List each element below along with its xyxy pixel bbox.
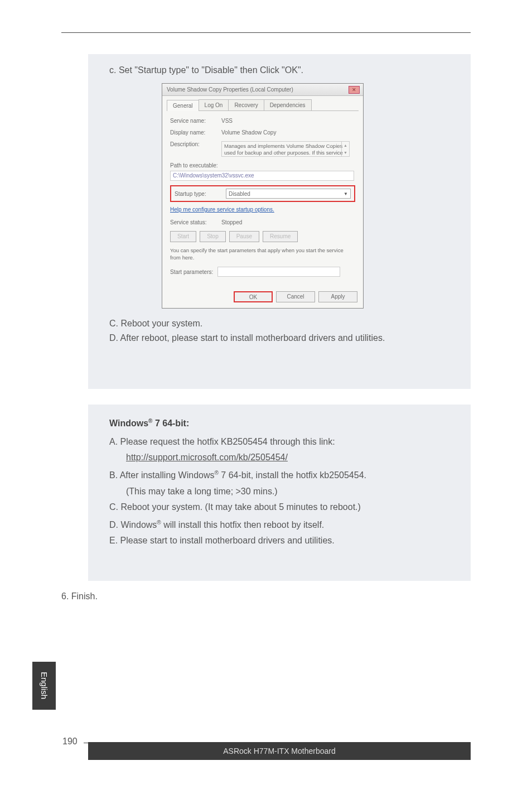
dialog-title: Volume Shadow Copy Properties (Local Com… (162, 84, 363, 96)
step-d-pre: D. Windows (109, 520, 157, 530)
cancel-button[interactable]: Cancel (276, 291, 315, 302)
scroll-down-icon[interactable]: ▼ (341, 149, 349, 156)
ok-button[interactable]: OK (234, 291, 273, 302)
service-status-value: Stopped (221, 219, 242, 225)
win7-heading-pre: Windows (109, 418, 148, 428)
description-scrollbar[interactable]: ▲▼ (341, 142, 349, 156)
startup-type-select[interactable]: Disabled ▼ (226, 189, 351, 199)
instruction-box-2: Windows® 7 64-bit: A. Please request the… (88, 405, 471, 581)
step-d-post: will install this hotfix then reboot by … (161, 520, 325, 530)
tab-logon[interactable]: Log On (199, 99, 229, 110)
registered-icon: ® (215, 470, 219, 476)
path-value: C:\Windows\system32\vssvc.exe (170, 171, 354, 181)
step-b1-pre: B. After installing Windows (109, 471, 215, 480)
step-6: 6. Finish. (61, 591, 98, 601)
resume-button[interactable]: Resume (263, 231, 298, 242)
dialog-tabs: General Log On Recovery Dependencies (167, 99, 359, 111)
startup-type-label: Startup type: (175, 191, 226, 197)
description-value: Manages and implements Volume Shadow Cop… (224, 143, 343, 156)
step-b1: B. After installing Windows® 7 64-bit, i… (109, 465, 454, 483)
pause-button[interactable]: Pause (229, 231, 259, 242)
step-e: E. Please start to install motherboard d… (109, 533, 454, 548)
step-b1-post: 7 64-bit, install the hotfix kb2505454. (219, 471, 366, 480)
scroll-up-icon[interactable]: ▲ (341, 142, 349, 149)
tab-general[interactable]: General (167, 100, 199, 111)
description-label: Description: (170, 141, 221, 147)
service-name-label: Service name: (170, 118, 221, 124)
top-divider (61, 32, 471, 33)
step-c-reboot: C. Reboot your system. (109, 316, 454, 331)
startup-type-value: Disabled (229, 191, 250, 197)
help-link[interactable]: Help me configure service startup option… (170, 206, 355, 213)
start-params-label: Start parameters: (170, 269, 213, 275)
start-params-input[interactable] (217, 267, 340, 277)
service-name-value: VSS (221, 118, 233, 124)
registered-icon: ® (157, 519, 161, 526)
step-a1: A. Please request the hotfix KB2505454 t… (109, 434, 454, 450)
win7-heading: Windows® 7 64-bit: (109, 418, 454, 429)
path-label: Path to executable: (170, 162, 355, 169)
apply-button[interactable]: Apply (318, 291, 357, 302)
step-c2: C. Reboot your system. (It may take abou… (109, 499, 454, 515)
page-number: 190 (62, 737, 78, 747)
instruction-box-1: c. Set "Startup type" to "Disable" then … (88, 54, 471, 389)
dialog-body: Service name: VSS Display name: Volume S… (162, 111, 363, 288)
start-params-note: You can specify the start parameters tha… (170, 247, 355, 261)
footer-title: ASRock H77M-ITX Motherboard (88, 742, 471, 760)
chevron-down-icon: ▼ (344, 191, 348, 196)
hotfix-link[interactable]: http://support.microsoft.com/kb/2505454/ (126, 453, 288, 462)
step-c-text: c. Set "Startup type" to "Disable" then … (109, 65, 454, 75)
step-d2: D. Windows® will install this hotfix the… (109, 515, 454, 533)
step-d-after: D. After reboot, please start to install… (109, 331, 454, 345)
properties-dialog: Volume Shadow Copy Properties (Local Com… (162, 83, 364, 309)
step-b2: (This may take a long time; >30 mins.) (109, 484, 454, 499)
start-button[interactable]: Start (170, 231, 196, 242)
stop-button[interactable]: Stop (200, 231, 226, 242)
description-text: Manages and implements Volume Shadow Cop… (221, 141, 350, 157)
win7-heading-post: 7 64-bit: (152, 418, 189, 428)
close-icon[interactable]: ✕ (349, 86, 360, 94)
tab-recovery[interactable]: Recovery (228, 99, 264, 110)
service-status-label: Service status: (170, 219, 221, 225)
tab-dependencies[interactable]: Dependencies (264, 99, 312, 110)
display-name-label: Display name: (170, 129, 221, 136)
language-tab: English (32, 662, 56, 710)
startup-type-highlight: Startup type: Disabled ▼ (170, 185, 355, 202)
display-name-value: Volume Shadow Copy (221, 129, 276, 136)
